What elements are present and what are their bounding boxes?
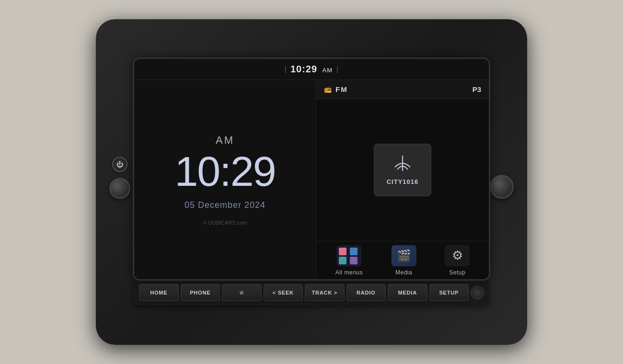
clock-display: 10:29 (174, 150, 275, 193)
radio-button[interactable]: RADIO (346, 284, 386, 301)
fm-preset: P3 (473, 85, 481, 93)
volume-knob[interactable] (109, 178, 130, 199)
setup-icon-box: ⚙ (445, 245, 470, 266)
phone-button[interactable]: PHONE (181, 284, 220, 301)
seek-back-button[interactable]: < SEEK (264, 284, 303, 301)
station-name: CITY1016 (387, 178, 419, 185)
track-forward-button[interactable]: TRACK > (305, 284, 345, 301)
infotainment-screen: | 10:29 AM | AM 10:29 05 December 2024 ©… (134, 59, 489, 279)
clock-panel: AM 10:29 05 December 2024 © DUBICARS.com (134, 80, 316, 279)
setup-button[interactable]: SETUP (429, 284, 469, 301)
radio-station-section[interactable]: CITY1016 (316, 99, 489, 241)
header-time: 10:29 (290, 64, 317, 74)
watermark-text: © DUBICARS.com (203, 220, 247, 226)
media-icon: 🎬 (392, 245, 416, 266)
header-ampm: AM (323, 67, 333, 74)
right-info-panel: 📻 FM P3 (316, 80, 489, 279)
clock-ampm-label: AM (216, 134, 234, 147)
shortcut-all-menus[interactable]: All menus (335, 245, 363, 276)
setup-label: Setup (449, 269, 465, 276)
clapboard-icon: 🎬 (397, 249, 411, 262)
car-infotainment-surround: ⏻ | 10:29 AM | AM 10:29 0 (96, 19, 527, 345)
divider-left: | (285, 65, 287, 74)
clock-date: 05 December 2024 (185, 200, 265, 210)
main-content-area: AM 10:29 05 December 2024 © DUBICARS.com… (134, 80, 489, 279)
fm-label: FM (335, 85, 473, 93)
screen-display: | 10:29 AM | AM 10:29 05 December 2024 ©… (134, 59, 489, 279)
media-label: Media (395, 269, 412, 276)
right-controls (490, 175, 514, 199)
top-status-bar: | 10:29 AM | (134, 59, 489, 80)
shortcut-setup[interactable]: ⚙ Setup (445, 245, 470, 276)
all-menus-label: All menus (335, 269, 363, 276)
fm-status-bar: 📻 FM P3 (316, 80, 489, 99)
header-clock: 10:29 AM (290, 64, 333, 75)
power-button[interactable]: ⏻ (112, 157, 127, 172)
left-controls: ⏻ (109, 157, 130, 199)
radio-icon: 📻 (324, 86, 332, 93)
shortcut-media[interactable]: 🎬 Media (392, 245, 416, 276)
media-button[interactable]: MEDIA (388, 284, 427, 301)
radio-station-box[interactable]: CITY1016 (374, 144, 431, 196)
all-menus-icon (336, 245, 361, 266)
shortcuts-row: All menus 🎬 Media ⚙ (316, 241, 489, 279)
tune-knob[interactable] (490, 175, 514, 199)
favorites-button[interactable]: ☆ (222, 284, 262, 301)
physical-buttons-row: HOME PHONE ☆ < SEEK TRACK > RADIO MEDIA … (134, 280, 489, 305)
divider-right: | (336, 65, 338, 74)
gear-icon: ⚙ (452, 248, 463, 263)
camera-button[interactable] (471, 286, 484, 299)
home-button[interactable]: HOME (139, 284, 179, 301)
antenna-icon (393, 155, 412, 174)
